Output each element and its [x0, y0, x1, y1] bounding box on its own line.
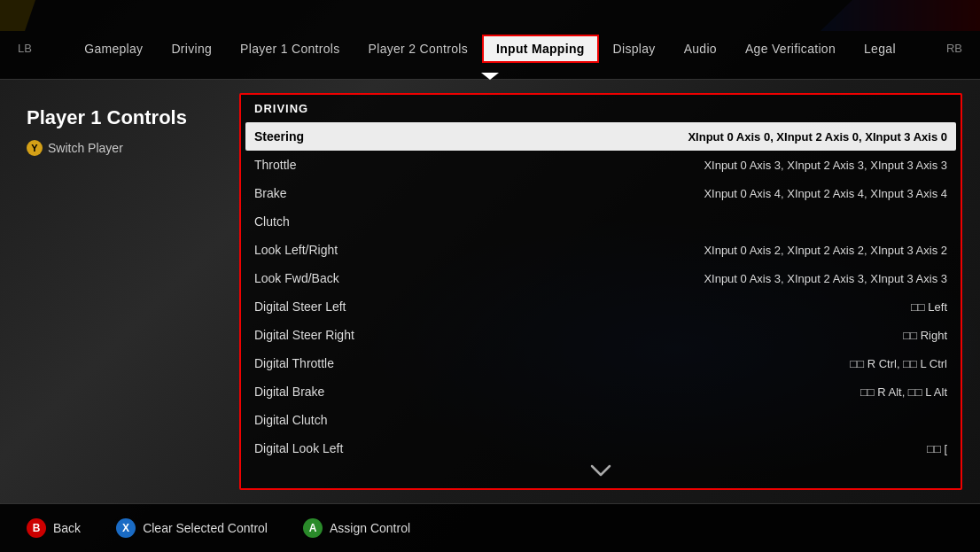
nav-bar: LB Gameplay Driving Player 1 Controls Pl…	[0, 0, 980, 80]
nav-item-audio[interactable]: Audio	[670, 35, 731, 63]
bottom-bar: B Back X Clear Selected Control A Assign…	[0, 503, 980, 552]
nav-bumper-lb[interactable]: LB	[18, 24, 32, 55]
control-value-digital-steer-right: □□ Right	[903, 329, 947, 342]
control-row-throttle[interactable]: Throttle XInput 0 Axis 3, XInput 2 Axis …	[245, 151, 956, 179]
nav-active-arrow	[481, 73, 499, 80]
control-name-digital-clutch: Digital Clutch	[254, 413, 327, 427]
nav-item-player1controls[interactable]: Player 1 Controls	[226, 35, 354, 63]
clear-label: Clear Selected Control	[143, 521, 268, 535]
sidebar-title: Player 1 Controls	[27, 106, 222, 129]
control-name-digital-look-left: Digital Look Left	[254, 441, 343, 455]
control-value-steering: XInput 0 Axis 0, XInput 2 Axis 0, XInput…	[688, 130, 947, 144]
control-value-throttle: XInput 0 Axis 3, XInput 2 Axis 3, XInput…	[704, 159, 947, 172]
control-row-brake[interactable]: Brake XInput 0 Axis 4, XInput 2 Axis 4, …	[245, 179, 956, 207]
y-button-icon: Y	[27, 140, 43, 156]
nav-item-legal[interactable]: Legal	[850, 35, 910, 63]
a-button-icon: A	[303, 518, 323, 538]
control-name-steering: Steering	[254, 129, 304, 144]
control-row-digital-throttle[interactable]: Digital Throttle □□ R Ctrl, □□ L Ctrl	[245, 349, 956, 377]
control-name-digital-steer-right: Digital Steer Right	[254, 328, 354, 342]
control-name-digital-brake: Digital Brake	[254, 385, 324, 399]
b-button-icon: B	[27, 518, 46, 538]
sidebar: Player 1 Controls Y Switch Player	[0, 80, 239, 503]
control-value-look-lr: XInput 0 Axis 2, XInput 2 Axis 2, XInput…	[704, 244, 947, 257]
control-value-digital-brake: □□ R Alt, □□ L Alt	[860, 385, 947, 399]
back-label: Back	[53, 521, 81, 535]
x-button-icon: X	[116, 518, 136, 538]
control-name-throttle: Throttle	[254, 158, 296, 172]
switch-player-label: Switch Player	[48, 141, 123, 155]
control-row-digital-brake[interactable]: Digital Brake □□ R Alt, □□ L Alt	[245, 377, 956, 406]
control-row-look-fb[interactable]: Look Fwd/Back XInput 0 Axis 3, XInput 2 …	[245, 264, 956, 292]
control-name-look-lr: Look Left/Right	[254, 243, 338, 257]
control-name-look-fb: Look Fwd/Back	[254, 271, 339, 285]
control-row-digital-steer-right[interactable]: Digital Steer Right □□ Right	[245, 321, 956, 349]
control-name-digital-steer-left: Digital Steer Left	[254, 299, 346, 314]
nav-item-ageverification[interactable]: Age Verification	[731, 35, 850, 63]
nav-item-inputmapping[interactable]: Input Mapping	[482, 35, 599, 63]
nav-bumper-rb[interactable]: RB	[946, 24, 962, 55]
control-value-digital-steer-left: □□ Left	[911, 300, 947, 314]
action-back[interactable]: B Back	[27, 518, 81, 538]
control-row-steering[interactable]: Steering XInput 0 Axis 0, XInput 2 Axis …	[245, 122, 956, 151]
control-row-digital-look-left[interactable]: Digital Look Left □□ [	[245, 434, 956, 455]
control-name-clutch: Clutch	[254, 214, 290, 229]
nav-item-driving[interactable]: Driving	[157, 35, 226, 63]
control-row-clutch[interactable]: Clutch	[245, 207, 956, 236]
nav-item-display[interactable]: Display	[599, 35, 670, 63]
nav-item-gameplay[interactable]: Gameplay	[70, 35, 157, 63]
action-clear[interactable]: X Clear Selected Control	[116, 518, 268, 538]
control-value-digital-look-left: □□ [	[927, 442, 947, 455]
control-row-digital-clutch[interactable]: Digital Clutch	[245, 406, 956, 434]
nav-items: Gameplay Driving Player 1 Controls Playe…	[70, 17, 910, 63]
control-name-brake: Brake	[254, 186, 287, 200]
assign-label: Assign Control	[330, 521, 410, 535]
control-row-look-lr[interactable]: Look Left/Right XInput 0 Axis 2, XInput …	[245, 236, 956, 264]
control-row-digital-steer-left[interactable]: Digital Steer Left □□ Left	[245, 292, 956, 321]
nav-item-player2controls[interactable]: Player 2 Controls	[354, 35, 482, 63]
section-header-driving: DRIVING	[241, 95, 961, 122]
control-value-look-fb: XInput 0 Axis 3, XInput 2 Axis 3, XInput…	[704, 272, 947, 285]
scroll-down-arrow[interactable]	[241, 455, 961, 488]
main-content: Player 1 Controls Y Switch Player DRIVIN…	[0, 80, 980, 503]
sidebar-switch-player[interactable]: Y Switch Player	[27, 140, 222, 156]
control-table[interactable]: Steering XInput 0 Axis 0, XInput 2 Axis …	[241, 122, 961, 455]
content-panel: DRIVING Steering XInput 0 Axis 0, XInput…	[239, 93, 962, 490]
control-name-digital-throttle: Digital Throttle	[254, 356, 334, 370]
control-value-brake: XInput 0 Axis 4, XInput 2 Axis 4, XInput…	[704, 187, 947, 200]
control-value-digital-throttle: □□ R Ctrl, □□ L Ctrl	[850, 357, 947, 370]
action-assign[interactable]: A Assign Control	[303, 518, 410, 538]
